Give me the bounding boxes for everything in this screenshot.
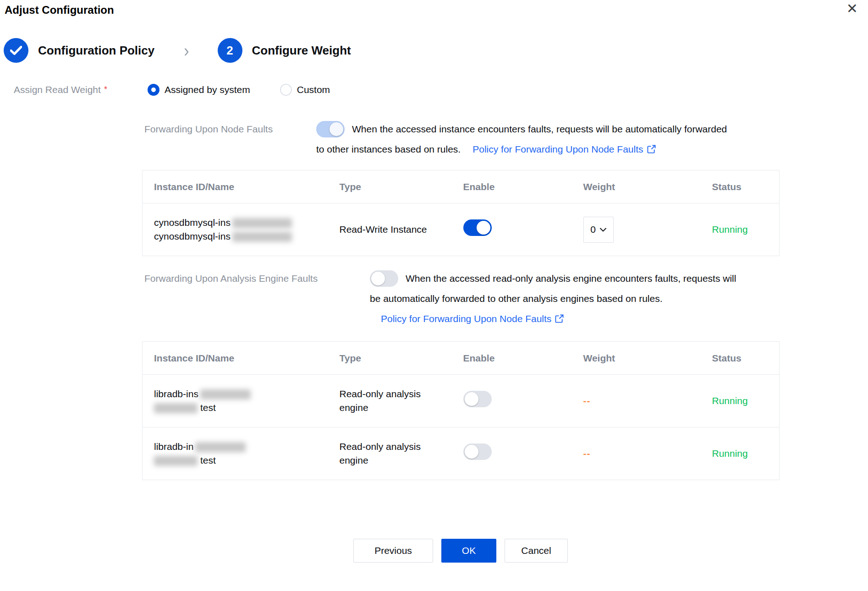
radio-unselected-icon xyxy=(280,84,292,96)
node-faults-policy-link[interactable]: Policy for Forwarding Upon Node Faults xyxy=(472,144,655,154)
engine-enable-toggle-1[interactable] xyxy=(463,391,492,407)
col-header-weight: Weight xyxy=(572,342,701,375)
instances-table: Instance ID/Name Type Enable Weight Stat… xyxy=(142,170,780,256)
node-faults-label: Forwarding Upon Node Faults xyxy=(142,120,316,135)
redacted-text xyxy=(195,442,246,452)
engine-id-cell: libradb-ins test xyxy=(143,375,328,427)
radio-selected-icon xyxy=(148,84,159,96)
step-1-circle xyxy=(4,38,28,63)
redacted-text xyxy=(200,389,251,399)
dialog-header: Adjust Configuration ✕ xyxy=(0,0,868,16)
redacted-text xyxy=(154,403,198,413)
instance-enable-toggle[interactable] xyxy=(463,219,492,236)
col-header-instance-id: Instance ID/Name xyxy=(143,342,328,375)
radio-assigned-by-system[interactable]: Assigned by system xyxy=(148,84,250,96)
previous-button[interactable]: Previous xyxy=(353,539,433,563)
col-header-enable: Enable xyxy=(452,170,572,203)
engine-id-cell: libradb-in test xyxy=(143,427,328,480)
node-faults-toggle[interactable] xyxy=(316,121,345,137)
radio-custom[interactable]: Custom xyxy=(280,84,330,96)
instance-type-cell: Read-Write Instance xyxy=(328,203,452,256)
col-header-type: Type xyxy=(328,342,452,375)
col-header-type: Type xyxy=(328,170,452,203)
step-1-label: Configuration Policy xyxy=(38,44,154,58)
engine-type-cell: Read-only analysis engine xyxy=(328,375,452,427)
col-header-instance-id: Instance ID/Name xyxy=(143,170,328,203)
toggle-knob xyxy=(330,122,343,136)
col-header-status: Status xyxy=(701,342,780,375)
engine-faults-policy-link[interactable]: Policy for Forwarding Upon Node Faults xyxy=(381,313,564,324)
col-header-weight: Weight xyxy=(572,170,701,203)
toggle-knob xyxy=(477,221,490,235)
cancel-button[interactable]: Cancel xyxy=(505,539,568,563)
assign-read-weight-label: Assign Read Weight* xyxy=(14,84,148,95)
status-badge: Running xyxy=(712,224,748,235)
engine-faults-description-line2: be automatically forwarded to other anal… xyxy=(370,293,663,304)
engine-enable-toggle-2[interactable] xyxy=(463,443,492,460)
instance-id-cell: cynosdbmysql-ins cynosdbmysql-ins xyxy=(143,203,328,256)
engine-faults-label: Forwarding Upon Analysis Engine Faults xyxy=(142,270,370,284)
toggle-knob xyxy=(371,272,385,285)
engine-faults-section: Forwarding Upon Analysis Engine Faults W… xyxy=(142,270,779,328)
weight-select[interactable]: 0 xyxy=(583,217,614,243)
close-icon: ✕ xyxy=(846,1,858,16)
step-2-label: Configure Weight xyxy=(252,44,351,58)
step-configure-weight: 2 Configure Weight xyxy=(218,38,351,63)
table-row: cynosdbmysql-ins cynosdbmysql-ins Read-W… xyxy=(143,203,780,256)
toggle-knob xyxy=(465,392,478,406)
node-faults-section: Forwarding Upon Node Faults When the acc… xyxy=(142,120,779,158)
chevron-right-icon: › xyxy=(184,40,189,61)
ok-button[interactable]: OK xyxy=(441,539,496,563)
engine-faults-description-line1: When the accessed read-only analysis eng… xyxy=(406,273,736,284)
step-2-circle: 2 xyxy=(218,38,242,63)
table-row: libradb-ins test Read-only analysis engi… xyxy=(143,375,780,427)
assign-read-weight-row: Assign Read Weight* Assigned by system C… xyxy=(14,84,868,96)
weight-empty-value: -- xyxy=(583,448,591,459)
redacted-text xyxy=(154,456,198,466)
chevron-down-icon xyxy=(600,228,606,232)
col-header-status: Status xyxy=(701,170,780,203)
engines-table: Instance ID/Name Type Enable Weight Stat… xyxy=(142,341,780,480)
dialog-title: Adjust Configuration xyxy=(5,4,868,16)
check-icon xyxy=(10,46,22,55)
external-link-icon xyxy=(647,145,656,153)
node-faults-description-line1: When the accessed instance encounters fa… xyxy=(352,124,727,135)
weight-empty-value: -- xyxy=(583,395,591,406)
status-badge: Running xyxy=(712,395,748,406)
dialog-footer: Previous OK Cancel xyxy=(142,539,779,563)
engine-type-cell: Read-only analysis engine xyxy=(328,427,452,480)
toggle-knob xyxy=(465,445,478,459)
redacted-text xyxy=(232,232,292,242)
node-faults-description-line2: to other instances based on rules. xyxy=(316,144,461,154)
read-weight-radio-group: Assigned by system Custom xyxy=(148,84,330,96)
required-asterisk: * xyxy=(104,85,107,94)
status-badge: Running xyxy=(712,448,748,459)
close-button[interactable]: ✕ xyxy=(846,2,858,16)
col-header-enable: Enable xyxy=(452,342,572,375)
redacted-text xyxy=(232,218,292,228)
table-row: libradb-in test Read-only analysis engin… xyxy=(143,427,780,480)
engine-faults-toggle[interactable] xyxy=(370,270,398,287)
instances-table-header-row: Instance ID/Name Type Enable Weight Stat… xyxy=(143,170,780,203)
step-2-number: 2 xyxy=(226,44,233,58)
engines-table-header-row: Instance ID/Name Type Enable Weight Stat… xyxy=(143,342,780,375)
external-link-icon xyxy=(555,314,564,323)
step-indicator: Configuration Policy › 2 Configure Weigh… xyxy=(4,38,868,63)
step-configuration-policy: Configuration Policy xyxy=(4,38,154,63)
